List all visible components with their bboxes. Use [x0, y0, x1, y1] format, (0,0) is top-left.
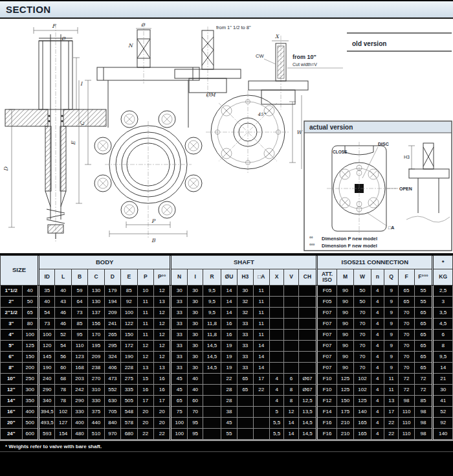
table-cell: 12	[153, 307, 171, 318]
table-cell: 500	[22, 417, 38, 428]
spec-table: SIZEBODYSHAFTISO5211 CONNECTION*IDLBCDEP…	[0, 255, 453, 440]
table-cell: 70	[399, 340, 414, 351]
dim-label-i: I	[80, 81, 83, 87]
table-cell: 145	[38, 351, 54, 362]
column-header: C	[88, 269, 104, 285]
table-row: 8"200190601682384062281313333014,5193314…	[1, 362, 453, 373]
column-header: P	[137, 269, 153, 285]
table-cell: 19	[221, 362, 237, 373]
table-cell: 65	[414, 307, 433, 318]
table-cell: 406	[104, 362, 120, 373]
table-cell: 40	[187, 384, 203, 395]
table-cell: 100	[171, 417, 187, 428]
table-cell: 12	[137, 351, 153, 362]
table-cell: 14	[284, 428, 298, 439]
table-cell: 9	[384, 351, 398, 362]
column-group-header: SHAFT	[171, 256, 317, 269]
table-cell: 209	[104, 307, 120, 318]
dim-label-d: D	[3, 166, 9, 171]
table-cell	[203, 384, 221, 395]
table-cell	[269, 296, 283, 307]
section-titlebar: SECTION	[0, 1, 453, 19]
table-cell: 11	[137, 329, 153, 340]
table-cell: 85	[71, 318, 87, 329]
size-cell: 10"	[1, 373, 23, 384]
table-cell: F07	[317, 329, 337, 340]
table-cell: 130	[88, 285, 104, 296]
table-cell: 40	[22, 285, 38, 296]
table-cell: 33	[171, 340, 187, 351]
table-cell: 9	[384, 329, 398, 340]
table-cell: 12,5	[298, 395, 317, 406]
table-cell: 59	[71, 285, 87, 296]
table-cell: 110	[399, 428, 414, 439]
table-cell	[298, 340, 317, 351]
size-cell: 20"	[1, 417, 23, 428]
table-cell: 102	[55, 406, 71, 417]
dim-label-n: N	[128, 43, 134, 49]
column-header: ID	[38, 269, 54, 285]
table-cell: 127	[55, 417, 71, 428]
table-cell: 90	[337, 318, 353, 329]
table-cell: 493,5	[38, 417, 54, 428]
table-cell: 179	[104, 285, 120, 296]
table-cell: 33	[238, 362, 253, 373]
table-cell: 43	[55, 296, 71, 307]
table-cell: 295	[104, 340, 120, 351]
table-cell: 98	[414, 406, 433, 417]
table-cell: 65	[171, 395, 187, 406]
table-cell: 290	[38, 384, 54, 395]
table-cell: 14	[284, 417, 298, 428]
table-cell	[253, 417, 269, 428]
table-cell: 41	[433, 395, 453, 406]
table-cell: 970	[104, 428, 120, 439]
table-cell	[269, 340, 283, 351]
table-row: 16"400394,510233037570554820207570385121…	[1, 406, 453, 417]
table-cell: 14	[221, 296, 237, 307]
table-cell: 270	[88, 373, 104, 384]
table-cell: 250	[22, 373, 38, 384]
table-cell: 38	[221, 406, 237, 417]
table-cell: 65	[414, 318, 433, 329]
table-cell: 54	[38, 307, 54, 318]
table-cell: 100	[121, 307, 137, 318]
table-cell: 394,5	[38, 406, 54, 417]
table-cell: 9,5	[433, 351, 453, 362]
table-cell: 137	[88, 307, 104, 318]
table-cell: 122	[121, 318, 137, 329]
table-cell: 275	[121, 373, 137, 384]
table-cell: 73	[38, 318, 54, 329]
table-cell: 40	[38, 296, 54, 307]
table-cell: 78	[55, 384, 71, 395]
dim-label-w: W	[296, 130, 303, 135]
table-cell: 33	[238, 329, 253, 340]
table-cell: 100	[22, 329, 38, 340]
table-cell	[284, 340, 298, 351]
table-cell: F16	[317, 428, 337, 439]
note-f-marker: °°°	[309, 244, 315, 248]
table-cell: 3,5	[433, 307, 453, 318]
table-row: 5"125120541101952951721212333014,5193314…	[1, 340, 453, 351]
table-cell: 28	[221, 395, 237, 406]
table-cell: 73	[71, 307, 87, 318]
table-cell: 70	[399, 329, 414, 340]
table-cell: 90	[337, 351, 353, 362]
column-header: W	[354, 269, 371, 285]
table-cell: 55	[221, 428, 237, 439]
table-cell: 65	[22, 307, 38, 318]
table-cell: F12	[317, 395, 337, 406]
table-cell: 90	[337, 362, 353, 373]
table-cell: 22	[137, 428, 153, 439]
table-cell: 210	[337, 417, 353, 428]
table-cell: 4	[269, 384, 283, 395]
table-cell: 40	[187, 373, 203, 384]
table-cell: 9	[384, 285, 398, 296]
table-cell: 172	[121, 340, 137, 351]
table-cell: 45	[171, 384, 187, 395]
table-cell: 11	[384, 373, 398, 384]
table-cell: 20	[137, 406, 153, 417]
table-cell: 9	[384, 318, 398, 329]
table-cell: 310	[88, 384, 104, 395]
table-cell	[284, 362, 298, 373]
table-cell: 60	[55, 362, 71, 373]
